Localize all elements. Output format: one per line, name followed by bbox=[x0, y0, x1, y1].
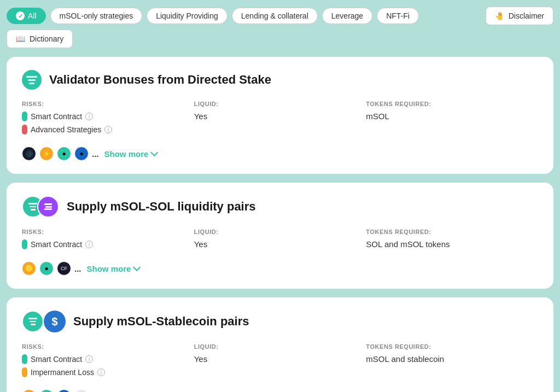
protocol-icon-2: ● bbox=[39, 261, 54, 276]
dots: ... bbox=[92, 149, 99, 159]
risks-col: RISKS: Smart Contract i bbox=[22, 229, 194, 253]
risks-label: RISKS: bbox=[22, 343, 194, 350]
logo-line bbox=[29, 83, 34, 84]
protocol-icon-2: ⚡ bbox=[39, 147, 54, 161]
filter-lending-collateral[interactable]: Lending & collateral bbox=[232, 8, 318, 24]
risk-text: Smart Contract bbox=[31, 240, 82, 249]
risk-text: Smart Contract bbox=[31, 355, 82, 364]
hand-icon: 🤚 bbox=[495, 11, 504, 20]
liquid-label: LIQUID: bbox=[194, 343, 366, 350]
logo-line bbox=[28, 79, 36, 81]
card-title: Validator Bonuses from Directed Stake bbox=[49, 73, 271, 87]
info-grid: RISKS: Smart Contract i LIQUID: Yes TOKE… bbox=[22, 229, 538, 253]
risks-col: RISKS: Smart Contract i Advanced Strateg… bbox=[22, 101, 194, 138]
card-header: Validator Bonuses from Directed Stake bbox=[22, 70, 538, 90]
info-icon[interactable]: i bbox=[85, 241, 93, 248]
tokens-col: TOKENS REQUIRED: mSOL bbox=[366, 101, 538, 138]
card-header: Supply mSOL-SOL liquidity pairs bbox=[22, 196, 538, 218]
filter-nft-fi[interactable]: NFT-Fi bbox=[377, 8, 419, 24]
book-icon: 📖 bbox=[16, 34, 25, 43]
info-grid: RISKS: Smart Contract i Impermanent Loss… bbox=[22, 343, 538, 381]
risk-text: Advanced Strategies bbox=[31, 125, 101, 134]
protocol-icon-1: 🟡 bbox=[22, 389, 36, 392]
risk-text: Impermanent Loss bbox=[31, 368, 94, 377]
risk-row-smart-contract: Smart Contract i bbox=[22, 112, 194, 121]
sol-logo bbox=[37, 196, 59, 218]
double-logo bbox=[22, 196, 59, 218]
liquid-value: Yes bbox=[194, 354, 366, 364]
protocol-icon-3: CF bbox=[57, 261, 71, 276]
protocol-icon-1: 🌑 bbox=[22, 147, 36, 161]
logo-line bbox=[26, 76, 37, 78]
card-title: Supply mSOL-SOL liquidity pairs bbox=[67, 200, 256, 214]
filter-msol-only[interactable]: mSOL-only strategies bbox=[50, 8, 143, 24]
risks-label: RISKS: bbox=[22, 101, 194, 107]
show-more-row: 🌑 ⚡ ● ● ... Show more bbox=[22, 147, 538, 161]
risk-dot-yellow bbox=[22, 367, 27, 377]
double-logo: $ bbox=[22, 311, 66, 332]
protocol-icon-1: 🟡 bbox=[22, 261, 36, 276]
risk-text: Smart Contract bbox=[31, 112, 82, 121]
tokens-value: SOL and mSOL tokens bbox=[366, 239, 538, 249]
filter-all[interactable]: All bbox=[7, 8, 46, 24]
tokens-col: TOKENS REQUIRED: SOL and mSOL tokens bbox=[366, 229, 538, 253]
card-title: Supply mSOL-Stablecoin pairs bbox=[73, 314, 249, 329]
risks-label: RISKS: bbox=[22, 229, 194, 235]
show-more-button-2[interactable]: Show more bbox=[87, 264, 139, 273]
show-more-button-1[interactable]: Show more bbox=[104, 149, 156, 159]
marinade-logo bbox=[22, 70, 42, 90]
card-msol-stablecoin-pairs: $ Supply mSOL-Stablecoin pairs RISKS: Sm… bbox=[7, 297, 553, 392]
risk-dot-green bbox=[22, 354, 27, 364]
risk-dot-green bbox=[22, 112, 27, 121]
liquid-col: LIQUID: Yes bbox=[194, 101, 366, 138]
liquid-value: Yes bbox=[194, 239, 366, 249]
risks-col: RISKS: Smart Contract i Impermanent Loss… bbox=[22, 343, 194, 381]
chevron-down-icon bbox=[133, 264, 141, 271]
risk-row-smart-contract: Smart Contract i bbox=[22, 239, 194, 249]
show-more-row: 🟡 ● CF ... Show more bbox=[22, 261, 538, 276]
show-more-row: 🟡 ● ● ◎ ... Show more bbox=[22, 389, 538, 392]
tokens-value: mSOL bbox=[366, 112, 538, 121]
liquid-label: LIQUID: bbox=[194, 101, 366, 107]
protocol-icon-3: ● bbox=[57, 389, 71, 392]
tokens-value: mSOL and stablecoin bbox=[366, 354, 538, 364]
filter-bar: All mSOL-only strategies Liquidity Provi… bbox=[7, 7, 553, 48]
tokens-col: TOKENS REQUIRED: mSOL and stablecoin bbox=[366, 343, 538, 381]
marinade-logo-small bbox=[22, 311, 44, 332]
liquid-label: LIQUID: bbox=[194, 229, 366, 235]
filter-leverage[interactable]: Leverage bbox=[322, 8, 372, 24]
liquid-col: LIQUID: Yes bbox=[194, 229, 366, 253]
info-icon[interactable]: i bbox=[97, 368, 105, 376]
info-grid: RISKS: Smart Contract i Advanced Strateg… bbox=[22, 101, 538, 138]
chevron-down-icon bbox=[150, 149, 158, 156]
liquid-col: LIQUID: Yes bbox=[194, 343, 366, 381]
risk-dot-red bbox=[22, 125, 27, 134]
disclaimer-button[interactable]: 🤚 Disclaimer bbox=[486, 7, 553, 25]
risk-row-impermanent: Impermanent Loss i bbox=[22, 367, 194, 377]
filter-liquidity-providing[interactable]: Liquidity Providing bbox=[147, 8, 228, 24]
dots: ... bbox=[74, 264, 81, 273]
protocol-icon-3: ● bbox=[57, 147, 71, 161]
info-icon[interactable]: i bbox=[104, 126, 112, 133]
risk-dot-green bbox=[22, 239, 27, 249]
liquid-value: Yes bbox=[194, 112, 366, 121]
protocol-icon-4: ◎ bbox=[74, 389, 89, 392]
tokens-label: TOKENS REQUIRED: bbox=[366, 101, 538, 107]
info-icon[interactable]: i bbox=[85, 113, 93, 120]
info-icon[interactable]: i bbox=[85, 355, 93, 363]
card-validator-bonuses: Validator Bonuses from Directed Stake RI… bbox=[7, 57, 553, 174]
risk-row-advanced: Advanced Strategies i bbox=[22, 125, 194, 134]
protocol-icon-2: ● bbox=[39, 389, 54, 392]
check-icon bbox=[16, 11, 25, 20]
tokens-label: TOKENS REQUIRED: bbox=[366, 343, 538, 350]
dictionary-button[interactable]: 📖 Dictionary bbox=[7, 30, 73, 48]
protocol-icon-4: ● bbox=[74, 147, 89, 161]
tokens-label: TOKENS REQUIRED: bbox=[366, 229, 538, 235]
card-header: $ Supply mSOL-Stablecoin pairs bbox=[22, 311, 538, 332]
usdc-logo: $ bbox=[44, 311, 66, 332]
risk-row-smart-contract: Smart Contract i bbox=[22, 354, 194, 364]
card-msol-sol-pairs: Supply mSOL-SOL liquidity pairs RISKS: S… bbox=[7, 183, 553, 289]
